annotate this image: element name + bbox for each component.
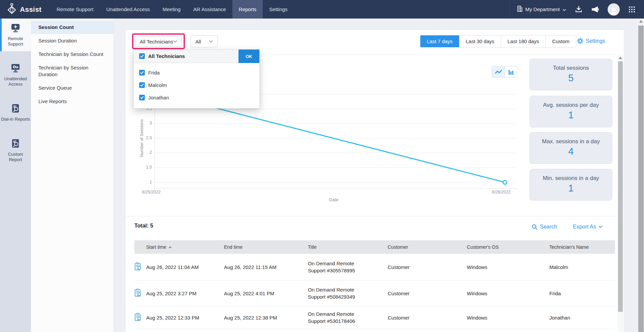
option-malcolm[interactable]: Malcolm <box>134 79 259 91</box>
nav-item-meeting[interactable]: Meeting <box>156 0 187 19</box>
scroll-up-icon[interactable] <box>619 57 622 59</box>
cell-start-time: Aug 26, 2022 11:04 AM <box>146 264 224 270</box>
cell-title: On Demand Remote Support #508429349 <box>308 285 369 302</box>
nav-item-reports[interactable]: Reports <box>232 0 263 19</box>
checkbox-checked[interactable] <box>139 53 145 59</box>
x-axis-title: Date <box>266 197 401 202</box>
select-all-option[interactable]: All Technicians OK <box>134 50 259 63</box>
column-start-time[interactable]: Start time <box>146 244 224 250</box>
dropdown-options: Frida Malcolm Jonathan <box>134 63 259 108</box>
report-panel: All Technicians All Last 7 days Last 30 … <box>125 30 624 332</box>
y-axis-title: Number of Sessions <box>139 111 144 165</box>
sidebar-item-technician-by-session-count[interactable]: Technician by Session Count <box>31 48 114 61</box>
organization-icon <box>517 6 522 13</box>
sidebar-item-service-queue[interactable]: Service Queue <box>31 81 114 95</box>
table-row[interactable]: Aug 26, 2022 11:04 AM Aug 26, 2022 11:15… <box>134 254 615 280</box>
cell-start-time: Aug 25, 2022 3:27 PM <box>146 291 224 296</box>
assist-logo-icon <box>7 3 17 16</box>
apps-grid-icon[interactable] <box>629 6 635 13</box>
stat-label: Max. sessions in a day <box>530 138 612 145</box>
line-chart-toggle[interactable] <box>492 66 505 78</box>
technician-filter-dropdown[interactable]: All Technicians <box>135 36 182 47</box>
date-range-group: Last 7 days Last 30 days Last 180 days C… <box>420 35 576 48</box>
scrollbar-thumb[interactable] <box>618 61 623 312</box>
rail-item-unattended-access[interactable]: Unattended Access <box>0 59 31 91</box>
column-title[interactable]: Title <box>308 244 388 250</box>
cell-os: Windows <box>467 291 549 296</box>
stat-label: Total sessions <box>530 65 612 71</box>
chevron-down-icon <box>562 6 566 12</box>
icon-rail: Remote Support Unattended Access Dial-in… <box>0 19 31 332</box>
column-label: Customer <box>388 244 408 250</box>
option-jonathan[interactable]: Jonathan <box>134 91 259 104</box>
chart-type-toggle <box>492 66 517 78</box>
nav-divider <box>509 0 510 19</box>
nav-right: My Department <box>509 0 644 19</box>
bar-chart-toggle[interactable] <box>505 66 517 78</box>
app-brand[interactable]: Assist <box>0 3 45 16</box>
settings-button[interactable]: Settings <box>577 38 605 44</box>
stat-value: 1 <box>530 183 612 194</box>
range-last-180-days[interactable]: Last 180 days <box>501 35 545 47</box>
sidebar-item-session-duration[interactable]: Session Duration <box>31 34 114 48</box>
reports-sidebar: Session Count Session Duration Technicia… <box>31 19 114 332</box>
chevron-down-icon <box>599 225 603 228</box>
scope-filter-label: All <box>195 39 201 44</box>
stat-value: 1 <box>530 110 612 121</box>
cell-technician: Malcolm <box>549 264 615 270</box>
checkbox-checked[interactable] <box>139 70 145 76</box>
option-label: Malcolm <box>148 82 167 88</box>
sidebar-item-live-reports[interactable]: Live Reports <box>31 95 114 108</box>
table-row[interactable]: Aug 25, 2022 12:33 PM Aug 25, 2022 12:38… <box>134 306 615 329</box>
table-row[interactable]: Aug 25, 2022 3:27 PM Aug 25, 2022 4:01 P… <box>134 280 615 306</box>
nav-item-remote-support[interactable]: Remote Support <box>50 0 100 19</box>
announcement-icon[interactable] <box>591 6 599 13</box>
top-nav: Assist Remote Support Unattended Access … <box>0 0 644 19</box>
export-label: Export As <box>573 224 596 230</box>
search-button[interactable]: Search <box>532 224 557 230</box>
page-scrollbar[interactable] <box>638 19 644 332</box>
nav-item-settings[interactable]: Settings <box>263 0 294 19</box>
scroll-up-icon[interactable] <box>639 20 643 23</box>
stat-value: 5 <box>530 72 612 84</box>
range-last-30-days[interactable]: Last 30 days <box>459 35 501 47</box>
chevron-down-icon <box>173 40 177 43</box>
x-tick-label: 8/26/2022 <box>483 190 520 194</box>
settings-label: Settings <box>586 38 605 44</box>
nav-item-unattended-access[interactable]: Unattended Access <box>100 0 156 19</box>
column-customer-os[interactable]: Customer's OS <box>467 244 549 250</box>
nav-item-ar-assistance[interactable]: AR Assistance <box>187 0 232 19</box>
column-customer[interactable]: Customer <box>388 244 467 250</box>
rail-item-custom-report[interactable]: Custom Report <box>0 134 31 167</box>
session-report-icon[interactable] <box>134 313 146 322</box>
ok-button[interactable]: OK <box>238 50 259 63</box>
option-label: Jonathan <box>148 95 169 100</box>
export-as-button[interactable]: Export As <box>573 224 603 230</box>
download-icon[interactable] <box>575 6 582 13</box>
department-selector[interactable]: My Department <box>517 6 566 13</box>
panel-scrollbar[interactable] <box>617 55 623 332</box>
option-frida[interactable]: Frida <box>134 66 259 79</box>
column-end-time[interactable]: End time <box>224 244 308 250</box>
range-last-7-days[interactable]: Last 7 days <box>420 35 459 47</box>
column-technician-name[interactable]: Technician's Name <box>549 244 615 250</box>
custom-report-icon <box>1 139 30 149</box>
rail-item-remote-support[interactable]: Remote Support <box>0 19 31 51</box>
session-report-icon[interactable] <box>134 262 146 272</box>
avatar[interactable] <box>608 3 620 16</box>
stat-card-avg-sessions: Avg. sessions per day 1 <box>529 96 612 127</box>
checkbox-checked[interactable] <box>139 95 145 100</box>
y-tick: 1 <box>136 180 152 184</box>
checkbox-checked[interactable] <box>139 82 145 88</box>
session-report-icon[interactable] <box>134 289 146 298</box>
sidebar-item-session-count[interactable]: Session Count <box>31 21 114 34</box>
rail-item-dialin-reports[interactable]: Dial-in Reports <box>0 99 31 126</box>
range-custom[interactable]: Custom <box>545 35 576 47</box>
stat-card-total-sessions: Total sessions 5 <box>529 59 612 90</box>
cell-customer: Customer <box>388 291 467 296</box>
scope-filter-dropdown[interactable]: All <box>191 35 218 48</box>
option-label: Frida <box>148 70 160 76</box>
cell-start-time: Aug 25, 2022 12:33 PM <box>146 315 224 321</box>
sidebar-item-technician-by-session-duration[interactable]: Technician by Session Duration <box>31 61 114 81</box>
scrollbar-thumb[interactable] <box>638 26 644 332</box>
